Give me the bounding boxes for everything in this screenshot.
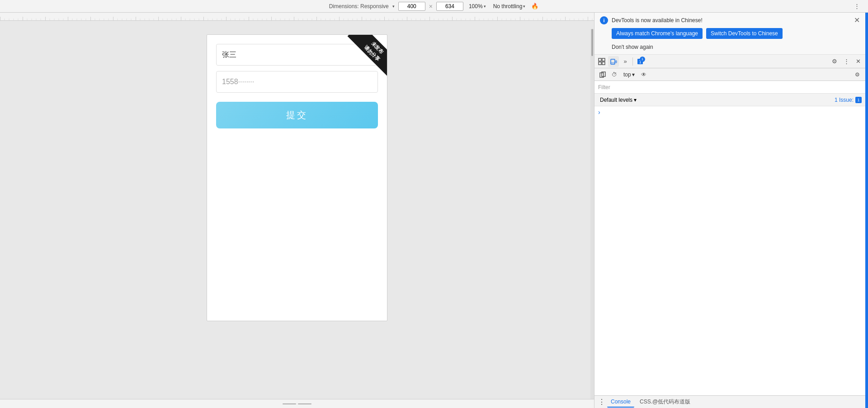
issues-bar: Default levels ▾ 1 Issue: 1 [594,94,865,106]
ribbon: 未发布 请勿分享 [342,35,387,80]
svg-rect-9 [602,62,605,65]
device-mode-icon[interactable] [608,56,619,67]
filter-input[interactable] [598,84,862,90]
console-arrow[interactable]: › [598,109,600,116]
dont-show-link[interactable]: Don't show again [612,43,653,51]
default-levels-label: Default levels [600,97,632,103]
chevron-more-icon[interactable]: » [620,56,631,67]
notification-header: i DevTools is now available in Chinese! … [600,16,860,24]
network-icon[interactable]: 🔥 [531,2,539,10]
more-devtools-icon[interactable]: ⋮ [841,56,852,67]
toolbar-right: ⋮ [853,2,864,10]
issue-badge[interactable]: 1 Issue: 1 [835,97,862,103]
zoom-dropdown[interactable]: 100% ▾ [467,2,488,10]
devtools-tabs-bar: » 1 1 ⚙ ⋮ ✕ [594,55,865,68]
zoom-label: 100% [469,3,483,9]
handle-line-1 [283,403,296,404]
device-scrollbar-thumb [591,29,593,56]
ruler-svg [0,13,594,20]
device-scrollbar[interactable] [590,29,594,399]
notification-buttons: Always match Chrome's language Switch De… [600,28,860,39]
ribbon-text: 未发布 请勿分享 [348,35,387,78]
top-arrow: ▾ [632,71,635,78]
console-badge: 1 [640,57,645,62]
filter-bar [594,81,865,94]
throttle-label: No throttling [493,3,523,9]
levels-arrow: ▾ [634,97,637,103]
svg-rect-5 [0,13,594,20]
right-strip [865,13,868,408]
device-area: 未发布 请勿分享 提交 [0,21,594,399]
notification-close-icon[interactable]: ✕ [854,17,860,24]
devtools-notification: i DevTools is now available in Chinese! … [594,13,865,55]
bottom-three-dots[interactable]: ⋮ [598,398,605,406]
top-label: top [623,71,631,78]
top-dropdown[interactable]: top ▾ [622,71,637,79]
clock-icon[interactable]: ⏱ [610,70,619,79]
height-input[interactable] [436,2,463,11]
always-match-button[interactable]: Always match Chrome's language [612,28,703,39]
more-options-icon[interactable]: ⋮ [853,2,861,10]
eye-icon[interactable]: 👁 [639,70,648,79]
secondary-settings-icon[interactable]: ⚙ [853,70,862,79]
dimensions-label: Dimensions: Responsive [329,3,389,9]
console-issues-icon[interactable]: 1 1 [635,56,646,67]
svg-rect-6 [599,58,601,61]
devtools-bottom-tabs: ⋮ Console CSS.@低代码布道版 [594,395,865,408]
issue-icon: 1 [855,97,862,103]
svg-rect-11 [616,61,617,63]
console-content: › [594,106,865,395]
width-input[interactable] [398,2,425,11]
phone-frame: 未发布 请勿分享 提交 [207,34,387,321]
tab-console[interactable]: Console [607,397,634,408]
switch-chinese-button[interactable]: Switch DevTools to Chinese [706,28,783,39]
top-toolbar: Dimensions: Responsive ▾ × 100% ▾ No thr… [0,0,868,13]
devtools-panel: i DevTools is now available in Chinese! … [594,13,865,408]
info-icon: i [600,16,608,24]
notification-text: DevTools is now available in Chinese! [612,17,850,24]
issues-label: 1 Issue: [835,97,854,103]
settings-icon[interactable]: ⚙ [829,56,840,67]
svg-rect-10 [611,59,615,64]
dimension-separator: × [429,3,433,10]
bottom-handle [0,399,594,408]
main-area: 未发布 请勿分享 提交 [0,13,868,408]
devtools-secondary-bar: ⏱ top ▾ 👁 ⚙ [594,68,865,81]
handle-line-2 [298,403,311,404]
submit-button[interactable]: 提交 [216,102,378,128]
dont-show-wrapper: Don't show again [600,43,860,51]
issue-count: 1 [857,98,859,102]
zoom-arrow: ▾ [484,4,486,9]
tab-separator-1 [632,57,633,66]
svg-rect-8 [599,62,601,65]
ruler [0,13,594,21]
svg-rect-7 [602,58,605,61]
default-levels-dropdown[interactable]: Default levels ▾ [598,96,638,104]
inspect-element-icon[interactable] [596,56,607,67]
ruler-marks [0,13,594,20]
dimensions-arrow[interactable]: ▾ [392,4,395,9]
throttle-dropdown[interactable]: No throttling ▾ [491,2,528,10]
viewport-area: 未发布 请勿分享 提交 [0,13,594,408]
tab-cssinjs[interactable]: CSS.@低代码布道版 [636,396,694,408]
close-devtools-icon[interactable]: ✕ [853,56,863,67]
undock-icon[interactable] [598,70,607,79]
throttle-arrow: ▾ [523,4,525,9]
